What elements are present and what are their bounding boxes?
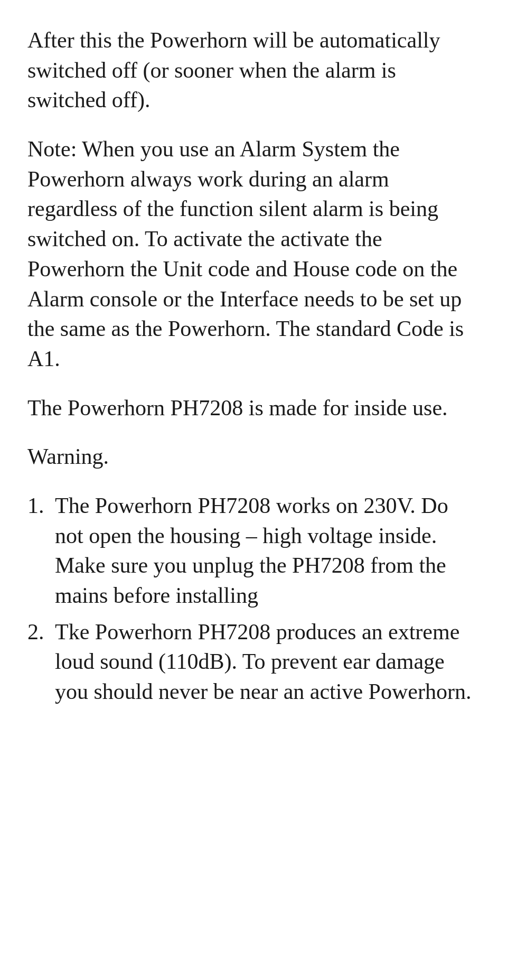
list-item-2: 2. Tke Powerhorn PH7208 produces an extr… bbox=[27, 617, 480, 707]
list-text-2: Tke Powerhorn PH7208 produces an extreme… bbox=[55, 617, 480, 707]
list-item-1: 1. The Powerhorn PH7208 works on 230V. D… bbox=[27, 491, 480, 611]
list-text-1: The Powerhorn PH7208 works on 230V. Do n… bbox=[55, 491, 480, 611]
warning-heading: Warning. bbox=[27, 442, 480, 472]
list-number-1: 1. bbox=[27, 491, 55, 611]
list-number-2: 2. bbox=[27, 617, 55, 707]
paragraph-3: The Powerhorn PH7208 is made for inside … bbox=[27, 393, 480, 423]
main-content: After this the Powerhorn will be automat… bbox=[27, 25, 480, 707]
paragraph-2: Note: When you use an Alarm System the P… bbox=[27, 134, 480, 374]
paragraph-1: After this the Powerhorn will be automat… bbox=[27, 25, 480, 115]
